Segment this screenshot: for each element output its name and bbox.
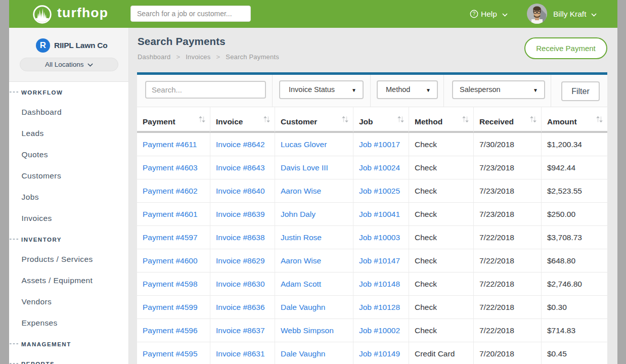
svg-text:?: ? [473, 11, 476, 17]
